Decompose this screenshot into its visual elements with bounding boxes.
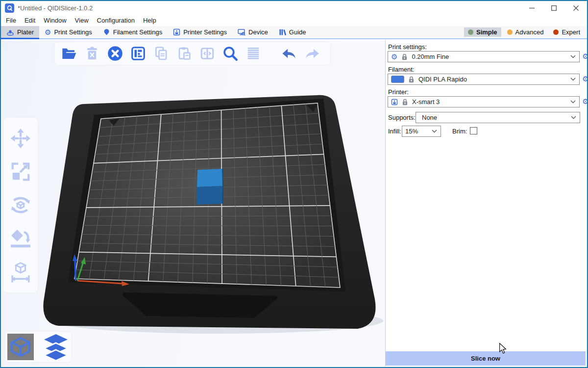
rotate-icon[interactable] <box>9 193 32 217</box>
slice-now-button[interactable]: Slice now <box>386 351 586 366</box>
menubar: File Edit Window View Configuration Help <box>1 15 587 26</box>
undo-icon[interactable] <box>280 44 298 63</box>
printer-icon <box>391 99 398 105</box>
maximize-button[interactable] <box>543 1 565 15</box>
editor-view-icon[interactable] <box>7 333 34 361</box>
mode-expert[interactable]: Expert <box>549 27 584 37</box>
move-icon[interactable] <box>9 127 32 150</box>
printer-gear-button[interactable]: ⚙ <box>582 97 588 106</box>
tab-guide[interactable]: Guide <box>273 26 312 38</box>
tab-label: Plater <box>17 28 34 36</box>
3d-viewport[interactable] <box>2 40 385 366</box>
chevron-down-icon <box>570 78 576 81</box>
filament-color-swatch <box>391 76 404 83</box>
filament-gear-button[interactable]: ⚙ <box>582 75 588 83</box>
app-logo-icon <box>5 3 14 13</box>
print-settings-gear-button[interactable]: ⚙ <box>582 52 588 61</box>
filament-icon <box>103 28 110 36</box>
infill-label: Infill: <box>388 128 401 135</box>
simple-dot-icon <box>468 29 473 35</box>
supports-combo[interactable]: None <box>416 112 580 123</box>
mode-switcher: Simple Advanced Expert <box>464 26 587 38</box>
filament-combo[interactable]: QIDI PLA Rapido <box>388 74 580 85</box>
app-window: *Untitled - QIDISlicer-1.0.2 File Edit W… <box>0 0 588 368</box>
filament-value: QIDI PLA Rapido <box>418 76 467 83</box>
close-button[interactable] <box>565 1 587 15</box>
filament-label: Filament: <box>388 66 414 73</box>
delete-icon[interactable] <box>83 44 101 63</box>
infill-value: 15% <box>405 128 418 135</box>
brim-checkbox[interactable] <box>470 127 477 134</box>
print-settings-combo[interactable]: ⚙ 0.20mm Fine <box>388 51 580 62</box>
device-icon <box>238 28 245 36</box>
advanced-dot-icon <box>507 29 513 35</box>
mode-label: Advanced <box>515 28 544 36</box>
tab-filament-settings[interactable]: Filament Settings <box>98 26 168 38</box>
guide-icon <box>279 28 286 36</box>
tab-printer-settings[interactable]: Printer Settings <box>168 26 232 38</box>
supports-value: None <box>419 114 437 121</box>
mode-simple[interactable]: Simple <box>464 27 501 37</box>
chevron-down-icon <box>432 130 437 133</box>
gear-icon: ⚙ <box>391 53 397 60</box>
variable-layer-height-icon[interactable] <box>244 44 263 63</box>
tab-label: Guide <box>289 28 306 36</box>
mouse-cursor <box>499 343 507 354</box>
lock-icon <box>408 76 415 83</box>
expert-dot-icon <box>553 29 559 35</box>
mode-label: Simple <box>476 28 497 36</box>
model-cube[interactable] <box>196 169 223 205</box>
scale-icon[interactable] <box>9 160 32 184</box>
menu-configuration[interactable]: Configuration <box>97 17 135 24</box>
print-bed-scene <box>2 40 385 366</box>
menu-file[interactable]: File <box>6 17 16 24</box>
menu-view[interactable]: View <box>75 17 89 24</box>
handle-cutout <box>124 294 275 316</box>
tab-label: Device <box>248 28 268 36</box>
minimize-button[interactable] <box>521 1 543 15</box>
window-title: *Untitled - QIDISlicer-1.0.2 <box>18 4 93 12</box>
split-to-objects-icon[interactable] <box>198 44 217 63</box>
brim-label: Brim: <box>452 128 467 135</box>
measure-icon[interactable] <box>9 260 32 284</box>
paste-icon[interactable] <box>175 44 194 63</box>
main-toolbar <box>55 42 330 65</box>
plater-icon <box>6 28 14 36</box>
copy-icon[interactable] <box>152 44 171 63</box>
place-on-face-icon[interactable] <box>9 227 32 250</box>
gear-icon: ⚙ <box>45 28 51 36</box>
open-icon[interactable] <box>60 44 78 63</box>
redo-icon[interactable] <box>303 44 321 63</box>
lock-icon <box>401 53 408 60</box>
preview-view-icon[interactable] <box>42 333 70 361</box>
tabbar: Plater ⚙ Print Settings Filament Setting… <box>1 26 587 39</box>
menu-window[interactable]: Window <box>44 17 66 24</box>
printer-combo[interactable]: X-smart 3 <box>388 96 580 107</box>
printer-icon <box>173 28 180 36</box>
supports-label: Supports: <box>388 114 416 121</box>
chevron-down-icon <box>570 55 576 58</box>
tab-print-settings[interactable]: ⚙ Print Settings <box>39 26 98 38</box>
titlebar: *Untitled - QIDISlicer-1.0.2 <box>1 1 587 15</box>
mode-label: Expert <box>562 28 580 36</box>
tab-label: Filament Settings <box>113 28 162 36</box>
view-toolbar <box>5 332 72 362</box>
arrange-icon[interactable] <box>129 44 147 63</box>
chevron-down-icon <box>571 116 576 119</box>
tab-device[interactable]: Device <box>232 26 273 38</box>
menu-help[interactable]: Help <box>143 17 156 24</box>
tab-label: Printer Settings <box>183 28 227 36</box>
menu-edit[interactable]: Edit <box>24 17 35 24</box>
delete-all-icon[interactable] <box>106 44 124 63</box>
printer-label: Printer: <box>388 88 409 96</box>
settings-sidebar: Print settings: ⚙ 0.20mm Fine ⚙ Filament… <box>386 40 586 366</box>
tab-plater[interactable]: Plater <box>1 26 39 38</box>
search-icon[interactable] <box>221 44 240 63</box>
print-settings-label: Print settings: <box>388 43 427 51</box>
print-settings-value: 0.20mm Fine <box>412 53 449 60</box>
tab-label: Print Settings <box>54 28 92 36</box>
mode-advanced[interactable]: Advanced <box>503 27 548 37</box>
lock-icon <box>402 99 408 105</box>
infill-combo[interactable]: 15% <box>402 126 441 137</box>
chevron-down-icon <box>570 100 576 104</box>
